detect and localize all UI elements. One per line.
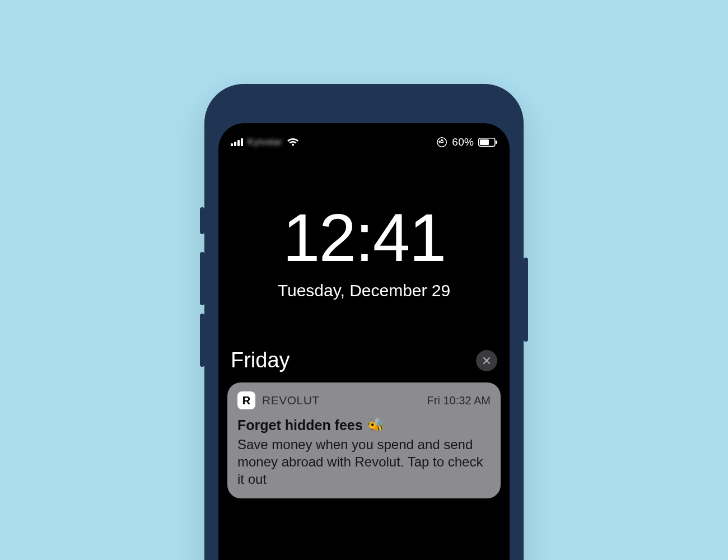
- phone-frame: Kyivstar: [204, 84, 524, 560]
- notification-timestamp: Fri 10:32 AM: [427, 394, 491, 407]
- notification-card[interactable]: R REVOLUT Fri 10:32 AM Forget hidden fee…: [227, 382, 501, 498]
- lock-screen[interactable]: Kyivstar: [218, 123, 510, 560]
- clear-notifications-button[interactable]: [476, 350, 497, 371]
- battery-icon: [478, 138, 497, 147]
- lock-clock: 12:41: [218, 204, 510, 271]
- lock-date: Tuesday, December 29: [218, 281, 510, 300]
- notification-body: Save money when you spend and send money…: [237, 436, 491, 488]
- mute-switch: [200, 207, 204, 234]
- svg-rect-0: [231, 143, 233, 146]
- svg-rect-3: [241, 138, 243, 146]
- app-name: REVOLUT: [262, 394, 320, 407]
- status-bar: Kyivstar: [218, 123, 510, 150]
- svg-rect-5: [441, 141, 443, 142]
- volume-down-button: [200, 314, 204, 367]
- svg-rect-8: [496, 141, 497, 144]
- battery-percentage: 60%: [452, 136, 474, 148]
- power-button: [524, 258, 528, 342]
- svg-rect-1: [234, 142, 236, 146]
- carrier-label: Kyivstar: [248, 137, 282, 148]
- notification-group-title: Friday: [231, 348, 290, 372]
- svg-rect-2: [237, 140, 240, 146]
- wifi-icon: [287, 138, 299, 147]
- app-icon-letter: R: [242, 395, 250, 406]
- volume-up-button: [200, 252, 204, 305]
- svg-rect-7: [480, 139, 489, 145]
- notification-title: Forget hidden fees: [237, 417, 363, 433]
- close-icon: [482, 356, 491, 365]
- cellular-signal-icon: [231, 138, 243, 146]
- bee-emoji-icon: 🐝: [367, 417, 385, 433]
- orientation-lock-icon: [436, 137, 447, 148]
- app-icon: R: [237, 391, 255, 409]
